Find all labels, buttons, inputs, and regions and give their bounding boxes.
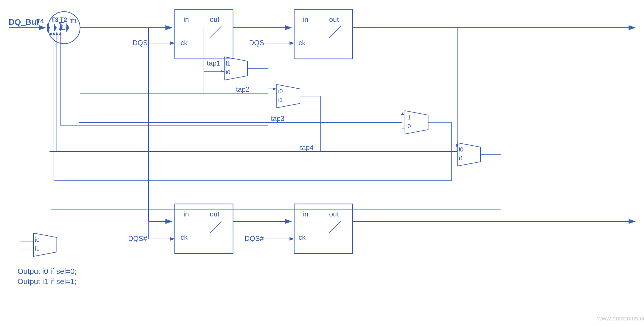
dq-buf-label: DQ_Buf bbox=[9, 17, 39, 27]
svg-text:i0: i0 bbox=[406, 123, 411, 129]
svg-text:i1: i1 bbox=[459, 155, 463, 161]
svg-text:ck: ck bbox=[181, 233, 188, 241]
svg-text:in: in bbox=[184, 15, 189, 23]
svg-text:ck: ck bbox=[299, 39, 306, 47]
svg-text:T3: T3 bbox=[51, 16, 59, 23]
svg-text:T2: T2 bbox=[60, 16, 67, 23]
svg-text:tap1: tap1 bbox=[207, 59, 220, 67]
svg-text:i1: i1 bbox=[406, 114, 411, 121]
svg-rect-2 bbox=[0, 0, 644, 326]
svg-text:tap2: tap2 bbox=[236, 85, 250, 93]
svg-text:tap3: tap3 bbox=[271, 114, 285, 122]
svg-text:out: out bbox=[210, 210, 220, 218]
svg-text:i1: i1 bbox=[35, 245, 40, 252]
svg-text:ck: ck bbox=[181, 39, 188, 47]
legend-line2: Output i1 if sel=1; bbox=[17, 277, 77, 286]
svg-text:in: in bbox=[303, 210, 308, 218]
svg-text:i1: i1 bbox=[278, 97, 283, 103]
svg-text:T4: T4 bbox=[36, 17, 44, 25]
svg-text:DQS: DQS bbox=[249, 39, 264, 47]
svg-text:tap4: tap4 bbox=[300, 144, 314, 151]
svg-text:T1: T1 bbox=[70, 17, 77, 25]
watermark-text: www.cntronics.com bbox=[597, 315, 644, 322]
svg-text:in: in bbox=[184, 210, 189, 218]
svg-text:out: out bbox=[329, 15, 339, 23]
svg-text:out: out bbox=[329, 210, 339, 218]
svg-text:i0: i0 bbox=[226, 69, 230, 75]
svg-text:in: in bbox=[303, 15, 308, 23]
legend-line1: Output i0 if sel=0; bbox=[17, 267, 77, 276]
svg-text:i0: i0 bbox=[459, 146, 463, 153]
svg-text:i0: i0 bbox=[278, 88, 283, 94]
svg-text:ck: ck bbox=[299, 233, 306, 241]
svg-text:DQS#: DQS# bbox=[128, 235, 147, 242]
svg-text:DQS: DQS bbox=[133, 39, 148, 47]
svg-text:DQS#: DQS# bbox=[245, 235, 264, 242]
svg-text:out: out bbox=[210, 15, 220, 23]
svg-text:i1: i1 bbox=[226, 60, 230, 67]
svg-text:i0: i0 bbox=[35, 237, 40, 243]
